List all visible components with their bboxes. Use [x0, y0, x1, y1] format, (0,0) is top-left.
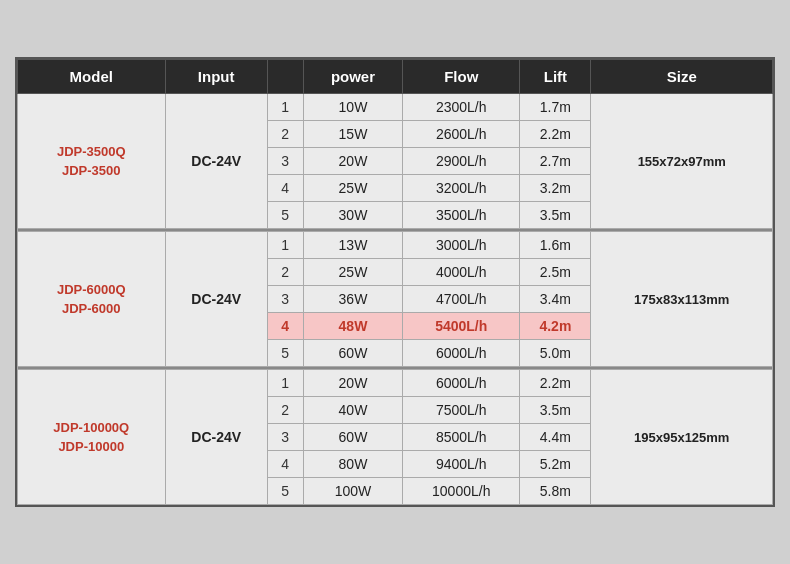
cell-step: 1: [267, 370, 303, 397]
col-model: Model: [18, 60, 166, 94]
cell-lift: 3.4m: [520, 286, 591, 313]
cell-power: 80W: [303, 451, 402, 478]
cell-lift: 2.2m: [520, 121, 591, 148]
cell-lift: 4.4m: [520, 424, 591, 451]
cell-size: 195x95x125mm: [591, 370, 773, 505]
col-step: [267, 60, 303, 94]
cell-flow: 4700L/h: [403, 286, 520, 313]
cell-lift: 2.5m: [520, 259, 591, 286]
cell-lift: 5.8m: [520, 478, 591, 505]
cell-step: 4: [267, 175, 303, 202]
cell-power: 60W: [303, 424, 402, 451]
cell-size: 155x72x97mm: [591, 94, 773, 229]
col-flow: Flow: [403, 60, 520, 94]
cell-lift: 4.2m: [520, 313, 591, 340]
cell-model: JDP-10000QJDP-10000: [18, 370, 166, 505]
cell-lift: 1.7m: [520, 94, 591, 121]
cell-flow: 5400L/h: [403, 313, 520, 340]
cell-power: 60W: [303, 340, 402, 367]
cell-power: 48W: [303, 313, 402, 340]
cell-input: DC-24V: [165, 232, 267, 367]
cell-flow: 6000L/h: [403, 340, 520, 367]
cell-lift: 2.7m: [520, 148, 591, 175]
cell-lift: 5.0m: [520, 340, 591, 367]
table-wrapper: Model Input power Flow Lift Size JDP-350…: [15, 57, 775, 507]
table-row: JDP-3500QJDP-3500DC-24V110W2300L/h1.7m15…: [18, 94, 773, 121]
col-size: Size: [591, 60, 773, 94]
cell-flow: 9400L/h: [403, 451, 520, 478]
cell-lift: 3.2m: [520, 175, 591, 202]
cell-flow: 3000L/h: [403, 232, 520, 259]
cell-flow: 3500L/h: [403, 202, 520, 229]
cell-size: 175x83x113mm: [591, 232, 773, 367]
table-row: JDP-6000QJDP-6000DC-24V113W3000L/h1.6m17…: [18, 232, 773, 259]
cell-step: 2: [267, 397, 303, 424]
cell-power: 100W: [303, 478, 402, 505]
product-specs-table: Model Input power Flow Lift Size JDP-350…: [17, 59, 773, 505]
cell-power: 20W: [303, 370, 402, 397]
cell-step: 1: [267, 94, 303, 121]
product-table-container: Model Input power Flow Lift Size JDP-350…: [15, 57, 775, 507]
cell-model: JDP-6000QJDP-6000: [18, 232, 166, 367]
cell-step: 5: [267, 340, 303, 367]
cell-lift: 3.5m: [520, 202, 591, 229]
cell-flow: 10000L/h: [403, 478, 520, 505]
cell-power: 10W: [303, 94, 402, 121]
cell-step: 5: [267, 478, 303, 505]
cell-power: 25W: [303, 259, 402, 286]
cell-flow: 6000L/h: [403, 370, 520, 397]
cell-model: JDP-3500QJDP-3500: [18, 94, 166, 229]
cell-step: 3: [267, 424, 303, 451]
col-lift: Lift: [520, 60, 591, 94]
cell-input: DC-24V: [165, 370, 267, 505]
col-power: power: [303, 60, 402, 94]
cell-flow: 3200L/h: [403, 175, 520, 202]
table-row: JDP-10000QJDP-10000DC-24V120W6000L/h2.2m…: [18, 370, 773, 397]
cell-power: 20W: [303, 148, 402, 175]
cell-flow: 7500L/h: [403, 397, 520, 424]
cell-flow: 4000L/h: [403, 259, 520, 286]
cell-flow: 8500L/h: [403, 424, 520, 451]
cell-flow: 2300L/h: [403, 94, 520, 121]
cell-flow: 2600L/h: [403, 121, 520, 148]
table-header-row: Model Input power Flow Lift Size: [18, 60, 773, 94]
cell-step: 3: [267, 148, 303, 175]
col-input: Input: [165, 60, 267, 94]
cell-power: 30W: [303, 202, 402, 229]
cell-lift: 5.2m: [520, 451, 591, 478]
cell-step: 2: [267, 259, 303, 286]
cell-step: 1: [267, 232, 303, 259]
cell-power: 40W: [303, 397, 402, 424]
cell-power: 13W: [303, 232, 402, 259]
cell-flow: 2900L/h: [403, 148, 520, 175]
cell-step: 4: [267, 313, 303, 340]
cell-step: 5: [267, 202, 303, 229]
cell-step: 2: [267, 121, 303, 148]
cell-lift: 1.6m: [520, 232, 591, 259]
cell-lift: 2.2m: [520, 370, 591, 397]
cell-power: 25W: [303, 175, 402, 202]
cell-power: 36W: [303, 286, 402, 313]
cell-step: 4: [267, 451, 303, 478]
cell-power: 15W: [303, 121, 402, 148]
cell-input: DC-24V: [165, 94, 267, 229]
cell-lift: 3.5m: [520, 397, 591, 424]
cell-step: 3: [267, 286, 303, 313]
